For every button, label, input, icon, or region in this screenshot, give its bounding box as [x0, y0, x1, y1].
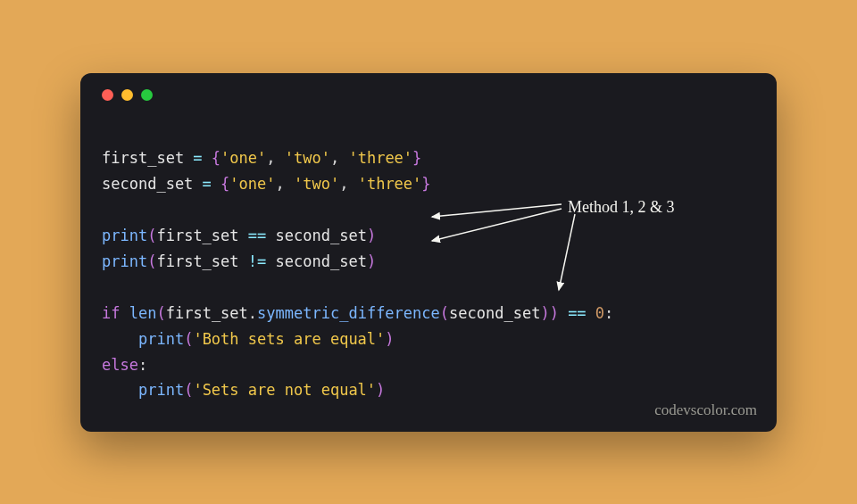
code-block: first_set = {'one', 'two', 'three'} seco…	[102, 120, 755, 505]
svg-line-0	[432, 204, 562, 217]
maximize-icon	[141, 89, 153, 101]
code-line-7: if len(first_set.symmetric_difference(se…	[102, 304, 613, 322]
close-icon	[102, 89, 113, 101]
code-line-5: print(first_set != second_set)	[102, 252, 376, 270]
code-line-9: else:	[102, 356, 147, 374]
code-line-10: print('Sets are not equal')	[102, 381, 385, 399]
code-line-1: first_set = {'one', 'two', 'three'}	[102, 149, 421, 167]
svg-line-1	[432, 209, 562, 241]
window-controls	[102, 89, 755, 101]
annotation-label: Method 1, 2 & 3	[568, 194, 675, 221]
code-line-4: print(first_set == second_set)	[102, 227, 376, 244]
code-window: first_set = {'one', 'two', 'three'} seco…	[80, 73, 777, 432]
svg-line-2	[559, 214, 575, 290]
watermark: codevscolor.com	[654, 401, 757, 419]
code-line-8: print('Both sets are equal')	[102, 330, 395, 348]
code-line-2: second_set = {'one', 'two', 'three'}	[102, 175, 431, 193]
minimize-icon	[121, 89, 133, 101]
